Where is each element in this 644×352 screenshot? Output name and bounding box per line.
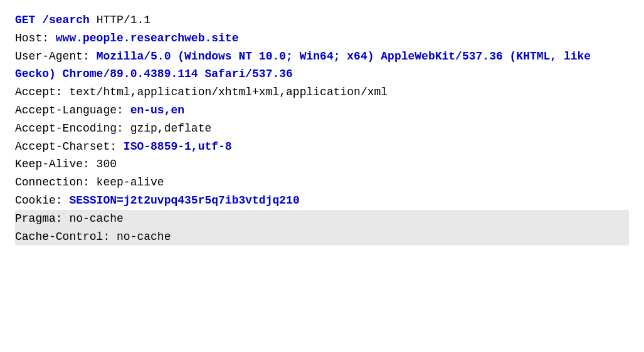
host-line: Host: www.people.researchweb.site [15,29,629,48]
cache-control-line: Cache-Control: no-cache [15,228,629,246]
connection-line: Connection: keep-alive [15,173,629,192]
keep-alive-line: Keep-Alive: 300 [15,155,629,173]
accept-encoding-line: Accept-Encoding: gzip,deflate [15,120,629,138]
cookie-line: Cookie: SESSION=j2t2uvpq435r5q7ib3vtdjq2… [15,192,629,210]
request-line: GET /search HTTP/1.1 [15,11,629,29]
accept-charset-line: Accept-Charset: ISO-8859-1,utf-8 [15,138,629,156]
http-request-display: GET /search HTTP/1.1Host: www.people.res… [15,11,629,246]
user-agent-line: User-Agent: Mozilla/5.0 (Windows NT 10.0… [15,48,629,84]
accept-line: Accept: text/html,application/xhtml+xml,… [15,83,629,101]
accept-language-line: Accept-Language: en-us,en [15,101,629,120]
pragma-line: Pragma: no-cache [15,210,629,228]
